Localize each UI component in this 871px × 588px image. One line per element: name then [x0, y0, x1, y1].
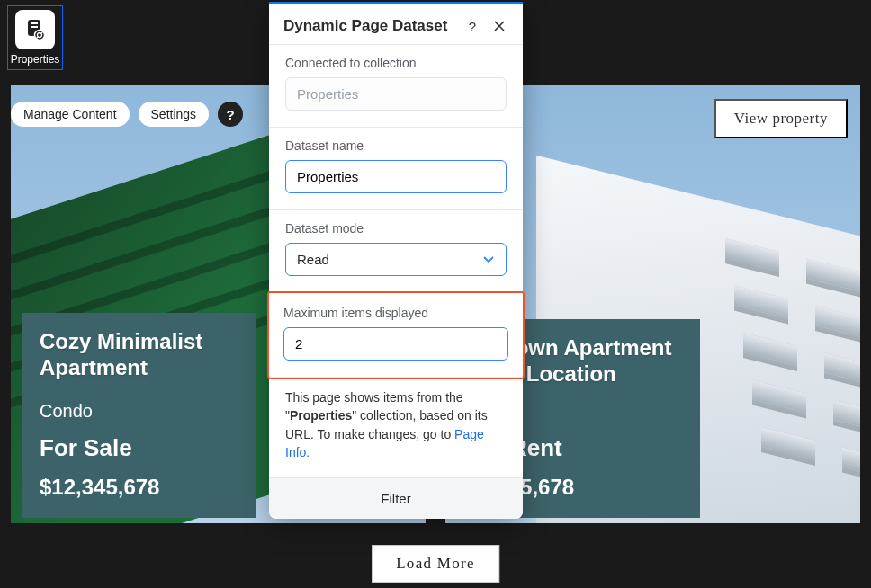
dataset-name-label: Dataset name — [285, 138, 507, 153]
load-more-button[interactable]: Load More — [372, 545, 499, 583]
listing-type: Condo — [40, 401, 238, 422]
max-items-label: Maximum items displayed — [283, 306, 508, 320]
close-icon[interactable] — [490, 19, 508, 34]
dataset-settings-panel: Dynamic Page Dataset ? Connected to coll… — [269, 2, 523, 519]
panel-title: Dynamic Page Dataset — [283, 17, 463, 35]
max-items-input[interactable] — [283, 327, 508, 361]
properties-element-badge[interactable]: Properties — [7, 5, 63, 70]
settings-button[interactable]: Settings — [139, 102, 210, 127]
panel-help-icon[interactable]: ? — [463, 19, 481, 34]
dataset-mode-value: Read — [297, 252, 329, 267]
svg-rect-2 — [31, 26, 38, 28]
manage-content-button[interactable]: Manage Content — [11, 102, 130, 127]
help-icon[interactable]: ? — [218, 102, 243, 127]
dataset-mode-select[interactable]: Read — [285, 243, 507, 276]
max-items-highlight: Maximum items displayed — [267, 291, 525, 379]
connected-collection-field — [285, 77, 507, 111]
listing-title: Cozy Minimalist Apartment — [40, 329, 238, 381]
dataset-mode-label: Dataset mode — [285, 221, 507, 236]
view-property-button[interactable]: View property — [714, 99, 848, 138]
properties-badge-label: Properties — [11, 53, 60, 66]
listing-status: For Sale — [40, 434, 238, 462]
filter-button[interactable]: Filter — [269, 477, 523, 519]
connected-collection-label: Connected to collection — [285, 56, 507, 70]
svg-rect-1 — [31, 22, 38, 24]
chevron-down-icon — [482, 252, 495, 267]
listing-card: Cozy Minimalist Apartment Condo For Sale… — [22, 313, 256, 518]
dataset-icon — [15, 10, 55, 49]
listing-price: $12,345,678 — [40, 475, 238, 500]
dataset-name-input[interactable] — [285, 160, 507, 193]
panel-note: This page shows items from the "Properti… — [285, 388, 507, 461]
svg-point-3 — [35, 31, 45, 40]
